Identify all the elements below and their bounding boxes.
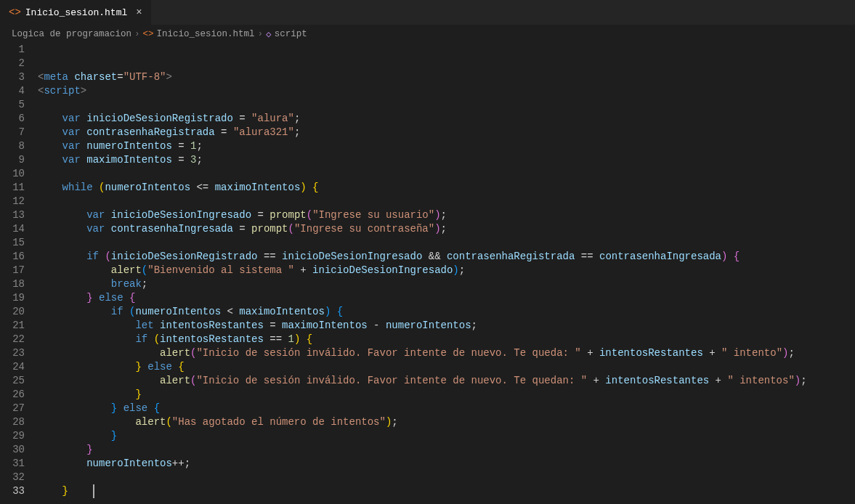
code-line[interactable]: alert("Has agotado el número de intentos… xyxy=(38,415,855,429)
code-line[interactable]: } else { xyxy=(38,291,855,305)
code-line[interactable]: let intentosRestantes = maximoIntentos -… xyxy=(38,319,855,333)
code-line[interactable]: } else { xyxy=(38,402,855,415)
code-line[interactable]: <script> xyxy=(38,84,855,98)
code-line[interactable]: var inicioDeSesionIngresado = prompt("In… xyxy=(38,208,855,222)
code-line[interactable]: if (numeroIntentos < maximoIntentos) { xyxy=(38,305,855,319)
code-area[interactable]: <meta charset="UTF-8"><script> var inici… xyxy=(38,43,855,504)
code-line[interactable] xyxy=(38,98,855,112)
code-line[interactable]: <meta charset="UTF-8"> xyxy=(38,70,855,84)
line-number-gutter[interactable]: 1234567891011121314151617181920212223242… xyxy=(0,43,38,504)
close-icon[interactable]: × xyxy=(136,7,142,18)
code-line[interactable]: } else { xyxy=(38,360,855,374)
breadcrumb-file[interactable]: Inicio_sesion.html xyxy=(157,29,255,39)
code-line[interactable]: var inicioDeSesionRegistrado = "alura"; xyxy=(38,112,855,126)
code-line[interactable]: var maximoIntentos = 3; xyxy=(38,153,855,167)
html-file-icon: <> xyxy=(143,29,154,39)
code-line[interactable]: if (inicioDeSesionRegistrado == inicioDe… xyxy=(38,250,855,264)
text-cursor xyxy=(93,484,94,498)
code-line[interactable] xyxy=(38,195,855,208)
code-line[interactable]: break; xyxy=(38,277,855,291)
code-line[interactable] xyxy=(38,498,855,504)
code-line[interactable]: } xyxy=(38,484,855,498)
breadcrumb-symbol[interactable]: script xyxy=(275,29,307,39)
code-line[interactable]: var contrasenhaRegistrada = "alura321"; xyxy=(38,126,855,139)
code-line[interactable] xyxy=(38,236,855,250)
code-line[interactable]: alert("Bienvenido al sistema " + inicioD… xyxy=(38,264,855,277)
breadcrumb[interactable]: Logica de programacion › <> Inicio_sesio… xyxy=(0,25,855,43)
code-line[interactable]: alert("Inicio de sesión inválido. Favor … xyxy=(38,374,855,388)
editor[interactable]: 1234567891011121314151617181920212223242… xyxy=(0,43,855,504)
code-line[interactable]: } xyxy=(38,443,855,457)
html-file-icon: <> xyxy=(9,7,21,18)
tab-active[interactable]: <> Inicio_sesion.html × xyxy=(0,0,152,25)
tab-bar: <> Inicio_sesion.html × xyxy=(0,0,855,25)
chevron-right-icon: › xyxy=(134,29,140,39)
breadcrumb-folder[interactable]: Logica de programacion xyxy=(12,29,131,39)
code-line[interactable]: var contrasenhaIngresada = prompt("Ingre… xyxy=(38,222,855,236)
chevron-right-icon: › xyxy=(258,29,264,39)
symbol-icon: ◇ xyxy=(266,28,272,40)
code-line[interactable] xyxy=(38,167,855,181)
code-line[interactable]: } xyxy=(38,429,855,443)
code-line[interactable]: alert("Inicio de sesión inválido. Favor … xyxy=(38,346,855,360)
code-line[interactable] xyxy=(38,471,855,484)
code-line[interactable]: } xyxy=(38,388,855,402)
code-line[interactable]: if (intentosRestantes == 1) { xyxy=(38,333,855,346)
code-line[interactable]: while (numeroIntentos <= maximoIntentos)… xyxy=(38,181,855,195)
code-line[interactable]: var numeroIntentos = 1; xyxy=(38,139,855,153)
tab-title: Inicio_sesion.html xyxy=(25,7,127,18)
code-line[interactable]: numeroIntentos++; xyxy=(38,457,855,471)
